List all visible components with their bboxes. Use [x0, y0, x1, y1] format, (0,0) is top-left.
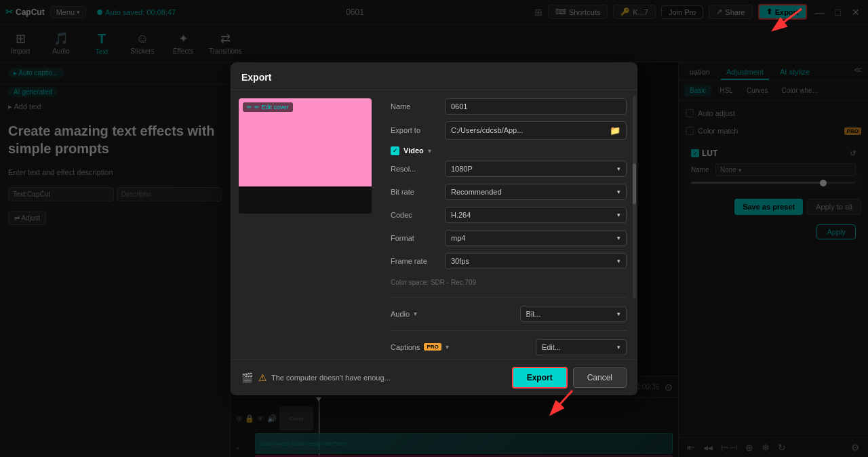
dialog-header: Export [231, 62, 637, 90]
footer-warning: ⚠ The computer doesn't have enoug... [258, 372, 507, 383]
export-to-row: Export to C:/Users/cdcsb/App... 📁 [391, 121, 627, 140]
video-section: Video ▾ Resol... 1080P ▾ Bit rate [391, 146, 627, 292]
format-label: Format [391, 234, 445, 242]
dialog-scrollbar[interactable] [633, 96, 636, 299]
resolution-row: Resol... 1080P ▾ [391, 161, 627, 177]
resolution-label: Resol... [391, 165, 445, 173]
cancel-button[interactable]: Cancel [573, 367, 627, 388]
warning-icon: ⚠ [258, 372, 267, 383]
frame-rate-label: Frame rate [391, 257, 445, 265]
resolution-select[interactable]: 1080P ▾ [445, 161, 627, 177]
preview-box: ✏ ✏ Edit cover [239, 98, 372, 214]
name-row: Name [391, 98, 627, 115]
dialog-body: ✏ ✏ Edit cover Name Export to C:/Users/c… [231, 90, 637, 359]
format-select[interactable]: mp4 ▾ [445, 230, 627, 246]
dialog-footer: 🎬 ⚠ The computer doesn't have enoug... E… [231, 359, 637, 395]
codec-arrow: ▾ [617, 212, 620, 218]
dialog-fields: Name Export to C:/Users/cdcsb/App... 📁 V… [380, 90, 637, 359]
export-confirm-button[interactable]: Export [512, 367, 568, 389]
captions-arrow: ▾ [446, 343, 449, 351]
bit-rate-arrow: ▾ [617, 188, 620, 195]
audio-arrow: ▾ [414, 310, 417, 317]
preview-panel: ✏ ✏ Edit cover [231, 90, 380, 359]
audio-section-row[interactable]: Audio ▾ Bit... ▾ [391, 302, 627, 326]
bit-rate-label: Bit rate [391, 188, 445, 196]
export-path-field[interactable]: C:/Users/cdcsb/App... 📁 [445, 121, 627, 140]
video-file-icon: 🎬 [241, 372, 253, 383]
captions-edit-select[interactable]: Edit... ▾ [536, 339, 627, 355]
codec-select[interactable]: H.264 ▾ [445, 207, 627, 223]
format-row: Format mp4 ▾ [391, 230, 627, 246]
video-check-row[interactable]: Video ▾ [391, 146, 627, 155]
video-checkbox[interactable] [391, 146, 399, 155]
captions-pro-badge: PRO [424, 343, 441, 351]
edit-cover-button[interactable]: ✏ ✏ Edit cover [243, 102, 293, 112]
video-expand-arrow[interactable]: ▾ [428, 147, 431, 155]
bit-rate-select[interactable]: Recommended ▾ [445, 184, 627, 200]
warning-text: The computer doesn't have enoug... [271, 374, 391, 382]
codec-row: Codec H.264 ▾ [391, 207, 627, 223]
format-arrow: ▾ [617, 235, 620, 241]
name-label: Name [391, 102, 445, 111]
frame-rate-row: Frame rate 30fps ▾ [391, 253, 627, 269]
dialog-title: Export [241, 72, 271, 83]
export-dialog-overlay: Export ✏ ✏ Edit cover [0, 0, 868, 457]
folder-icon[interactable]: 📁 [610, 125, 620, 136]
frame-rate-arrow: ▾ [617, 258, 620, 264]
color-space-text: Color space: SDR - Rec.709 [391, 276, 627, 292]
divider2 [391, 330, 627, 331]
bit-rate-row: Bit rate Recommended ▾ [391, 184, 627, 200]
captions-section-row[interactable]: Captions PRO ▾ Edit... ▾ [391, 335, 627, 359]
codec-label: Codec [391, 211, 445, 219]
scrollbar-thumb[interactable] [633, 163, 636, 204]
resolution-arrow: ▾ [617, 165, 620, 172]
edit-icon: ✏ [247, 104, 252, 111]
divider1 [391, 297, 627, 298]
export-to-label: Export to [391, 126, 445, 134]
audio-bit-select[interactable]: Bit... ▾ [520, 306, 627, 322]
captions-select-arrow: ▾ [617, 344, 620, 351]
audio-select-arrow: ▾ [617, 311, 620, 317]
name-input[interactable] [445, 98, 627, 115]
export-dialog: Export ✏ ✏ Edit cover [231, 62, 637, 395]
frame-rate-select[interactable]: 30fps ▾ [445, 253, 627, 269]
